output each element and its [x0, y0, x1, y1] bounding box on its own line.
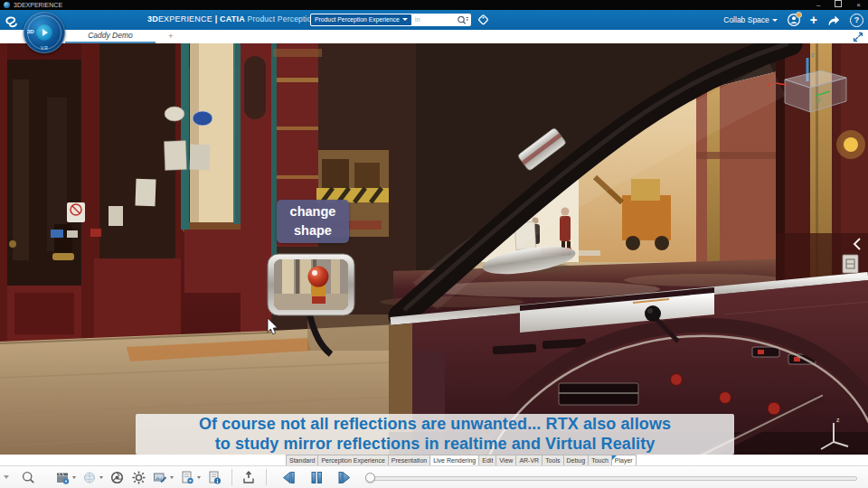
environment-icon — [82, 470, 98, 485]
app-icon — [4, 2, 10, 8]
export-button[interactable] — [241, 470, 257, 485]
compass-play-button[interactable] — [36, 24, 52, 41]
3dexperience-compass[interactable]: 3D V.R — [24, 12, 65, 53]
search-scope-dropdown[interactable]: Product Perception Experience — [311, 14, 411, 25]
mini-axis-z-label: z — [836, 417, 840, 423]
step-forward-button[interactable] — [336, 470, 354, 485]
caption-line1: Of course not all reflections are unwant… — [136, 415, 734, 435]
tab-label: Perception Experience — [321, 457, 384, 464]
pub-facade — [0, 43, 271, 343]
notification-dot — [796, 12, 802, 18]
shape-label-line2: shape — [277, 221, 349, 240]
step-backward-button[interactable] — [279, 470, 297, 485]
chevron-down-icon — [197, 476, 201, 479]
appbar-right-cluster: Collab Space + ? — [723, 10, 863, 30]
fit-to-window-icon[interactable] — [853, 32, 863, 42]
workbench-tab-ar-vr[interactable]: AR-VR — [515, 455, 542, 465]
maximize-button[interactable] — [835, 0, 842, 10]
compass-vr-label: V.R — [24, 45, 65, 51]
render-movie-button[interactable] — [55, 470, 76, 485]
slider-knob[interactable] — [365, 473, 375, 483]
workbench-tab-view[interactable]: View — [495, 455, 516, 465]
image-edit-button[interactable] — [153, 470, 174, 485]
tag-icon[interactable] — [476, 14, 490, 27]
tab-label: View — [499, 457, 513, 464]
pause-button[interactable] — [308, 470, 325, 485]
help-button[interactable]: ? — [850, 14, 863, 27]
workbench-tab-tools[interactable]: Tools — [542, 455, 563, 465]
chevron-down-icon — [99, 476, 103, 479]
render-movie-icon — [55, 470, 71, 485]
chevron-down-icon — [402, 18, 408, 21]
workbench-tab-debug[interactable]: Debug — [563, 455, 590, 465]
add-content-button[interactable]: + — [810, 14, 817, 26]
step-forward-icon — [336, 470, 354, 485]
window-title: 3DEXPERIENCE — [14, 2, 62, 8]
application-window: 3DEXPERIENCE – × 3DEXPERIENCE | CATIA Pr… — [0, 0, 868, 488]
close-button[interactable]: × — [856, 0, 861, 10]
zoom-button[interactable] — [21, 470, 36, 485]
change-shape-hotspot[interactable]: change shape — [277, 200, 349, 243]
camera-aperture-icon — [109, 470, 125, 485]
slider-track[interactable] — [371, 476, 857, 481]
new-tab-button[interactable]: + — [168, 31, 174, 41]
step-backward-icon — [279, 470, 297, 485]
pause-icon — [308, 470, 325, 485]
brand-experience: EXPERIENCE — [158, 14, 212, 23]
toolbar-divider — [266, 469, 267, 485]
brand-divider: | — [215, 14, 218, 23]
user-menu-button[interactable] — [787, 13, 801, 27]
collapse-toolbar-icon[interactable] — [4, 475, 9, 479]
gear-icon — [131, 470, 146, 485]
render-settings-button[interactable] — [180, 470, 201, 485]
axis-x-label: x — [768, 80, 771, 89]
tab-label: AR-VR — [519, 457, 539, 464]
maximize-icon — [835, 0, 842, 7]
chevron-down-icon — [72, 476, 76, 479]
aperture-button[interactable] — [109, 470, 125, 485]
search-input[interactable]: In — [412, 16, 457, 23]
tab-label: Presentation — [392, 457, 427, 464]
search-icon[interactable] — [457, 14, 469, 25]
workbench-tabs: Standard Perception Experience Presentat… — [287, 455, 637, 465]
workbench-tab-standard[interactable]: Standard — [286, 455, 318, 465]
workbench-tab-presentation[interactable]: Presentation — [388, 455, 430, 465]
viewport-3d-scene[interactable]: z x y z — [0, 43, 868, 455]
environment-button[interactable] — [82, 470, 103, 485]
workbench-tab-edit[interactable]: Edit — [478, 455, 496, 465]
zoom-icon — [21, 470, 36, 485]
share-icon[interactable] — [826, 14, 841, 26]
collab-space-dropdown[interactable]: Collab Space — [723, 15, 778, 24]
dassault-3ds-logo-icon[interactable] — [5, 12, 23, 28]
brand-app: CATIA — [220, 14, 245, 23]
document-tabbar: Caddy Demo + — [0, 30, 868, 43]
caption-line2: to study mirror reflections in realtime … — [136, 435, 734, 455]
brand-3d: 3D — [147, 14, 158, 23]
render-settings-icon — [180, 470, 195, 485]
tab-label: Tools — [545, 457, 560, 464]
axis-z-label: z — [811, 52, 815, 58]
viewport[interactable]: z x y z — [0, 43, 868, 455]
tab-caddy-demo[interactable]: Caddy Demo — [65, 31, 156, 40]
workbench-tab-touch[interactable]: Touch — [588, 455, 612, 465]
collab-space-label: Collab Space — [723, 15, 769, 24]
chevron-down-icon — [772, 19, 778, 22]
workbench-tab-perception-experience[interactable]: Perception Experience — [317, 455, 388, 465]
compass-3d-label: 3D — [27, 29, 34, 34]
workbench-tab-player[interactable]: Player — [611, 455, 637, 465]
search-box[interactable]: Product Perception Experience In — [310, 14, 471, 26]
search-scope-label: Product Perception Experience — [315, 16, 400, 23]
minimize-button[interactable]: – — [816, 0, 820, 10]
export-icon — [241, 470, 257, 485]
render-info-button[interactable] — [207, 470, 222, 485]
render-info-icon — [207, 470, 222, 485]
tab-label: Touch — [591, 457, 609, 464]
workbench-tab-live-rendering[interactable]: Live Rendering — [429, 455, 479, 465]
bottom-bar: Standard Perception Experience Presentat… — [0, 455, 868, 488]
axis-y-label: y — [817, 96, 821, 103]
subtitle-caption: Of course not all reflections are unwant… — [136, 414, 734, 455]
settings-button[interactable] — [131, 470, 146, 485]
timeline-slider[interactable] — [365, 466, 861, 488]
robot-anchor-button[interactable] — [843, 255, 858, 273]
player-toolbar — [0, 465, 868, 488]
